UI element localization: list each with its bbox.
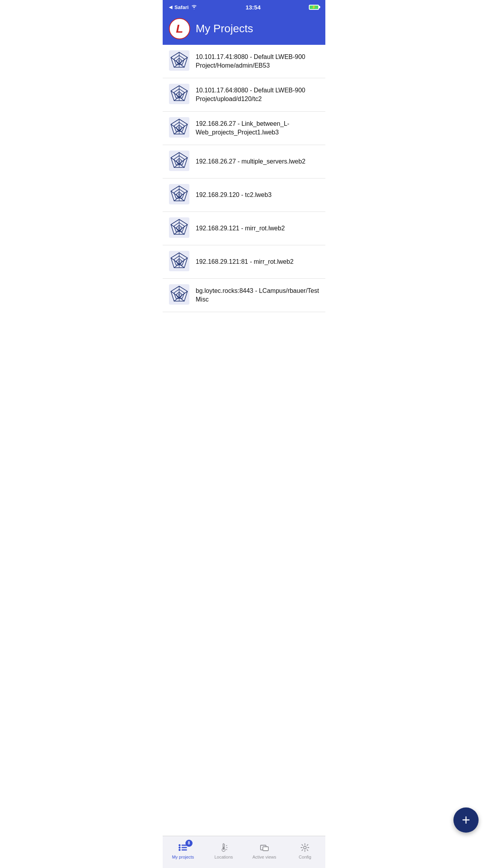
project-item-7[interactable]: 192.168.29.121:81 - mirr_rot.lweb2 <box>163 245 325 279</box>
project-name-6: 192.168.29.121 - mirr_rot.lweb2 <box>196 224 285 233</box>
project-item-1[interactable]: 10.101.17.41:8080 - Default LWEB-900 Pro… <box>163 45 325 78</box>
project-name-5: 192.168.29.120 - tc2.lweb3 <box>196 191 272 199</box>
project-item-4[interactable]: 192.168.26.27 - multiple_servers.lweb2 <box>163 145 325 178</box>
project-icon-2 <box>169 84 189 106</box>
project-item-6[interactable]: 192.168.29.121 - mirr_rot.lweb2 <box>163 212 325 245</box>
battery-icon: ⚡ <box>309 5 319 10</box>
back-arrow: ◀ <box>169 5 172 10</box>
project-name-3: 192.168.26.27 - Link_between_L-Web_proje… <box>196 120 319 137</box>
project-item-8[interactable]: bg.loytec.rocks:8443 - LCampus/rbauer/Te… <box>163 279 325 312</box>
project-icon-4 <box>169 151 189 173</box>
project-item-3[interactable]: 192.168.26.27 - Link_between_L-Web_proje… <box>163 112 325 145</box>
project-icon-6 <box>169 217 189 239</box>
app-logo: L <box>169 18 190 39</box>
page-title: My Projects <box>196 22 253 35</box>
project-icon-7 <box>169 251 189 273</box>
project-list: 10.101.17.41:8080 - Default LWEB-900 Pro… <box>163 45 325 312</box>
status-right: ⚡ <box>309 5 319 10</box>
carrier-label: Safari <box>174 4 189 10</box>
project-icon-3 <box>169 117 189 139</box>
project-item-5[interactable]: 192.168.29.120 - tc2.lweb3 <box>163 178 325 212</box>
project-icon-1 <box>169 50 189 72</box>
status-left: ◀ Safari <box>169 4 197 10</box>
logo-letter: L <box>176 23 183 35</box>
app-header: L My Projects <box>163 14 325 45</box>
project-name-7: 192.168.29.121:81 - mirr_rot.lweb2 <box>196 257 294 266</box>
wifi-icon <box>191 5 197 9</box>
content-area: 10.101.17.41:8080 - Default LWEB-900 Pro… <box>163 45 325 348</box>
project-icon-8 <box>169 284 189 306</box>
project-name-4: 192.168.26.27 - multiple_servers.lweb2 <box>196 157 305 166</box>
battery-bolt: ⚡ <box>312 5 316 9</box>
status-bar: ◀ Safari 13:54 ⚡ <box>163 0 325 14</box>
project-item-2[interactable]: 10.101.17.64:8080 - Default LWEB-900 Pro… <box>163 78 325 112</box>
status-time: 13:54 <box>246 4 261 11</box>
project-name-2: 10.101.17.64:8080 - Default LWEB-900 Pro… <box>196 86 319 104</box>
project-name-8: bg.loytec.rocks:8443 - LCampus/rbauer/Te… <box>196 287 319 304</box>
project-icon-5 <box>169 184 189 206</box>
project-name-1: 10.101.17.41:8080 - Default LWEB-900 Pro… <box>196 53 319 70</box>
